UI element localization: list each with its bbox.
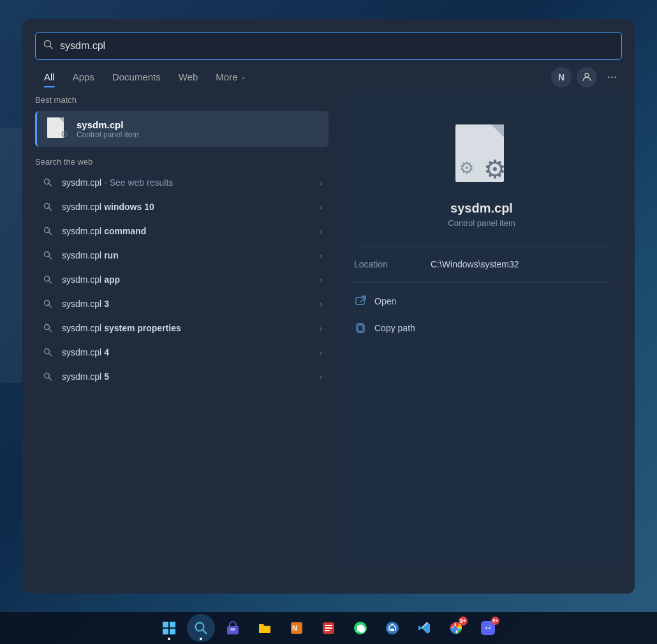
web-item-6[interactable]: sysdm.cpl 3 › — [35, 292, 328, 316]
tab-all[interactable]: All — [35, 66, 64, 87]
chevron-right-icon: › — [320, 178, 322, 188]
taskbar-vscode-button[interactable] — [410, 614, 438, 642]
gear-icon-large: ⚙ — [484, 156, 510, 183]
user-letter-button[interactable]: N — [551, 67, 572, 87]
best-match-label: Best match — [35, 93, 328, 107]
svg-rect-27 — [163, 629, 168, 634]
svg-line-30 — [203, 630, 207, 634]
open-label: Open — [374, 296, 396, 306]
search-icon — [41, 346, 54, 359]
svg-line-18 — [49, 354, 52, 356]
taskbar-windows-button[interactable] — [155, 614, 183, 642]
web-item-9[interactable]: sysdm.cpl 5 › — [35, 364, 328, 389]
taskbar-files-button[interactable] — [251, 614, 279, 642]
gear-icon: ⚙ — [61, 129, 69, 139]
search-icon — [41, 200, 54, 213]
notification-badge: 9+ — [459, 617, 468, 625]
web-item-7[interactable]: sysdm.cpl system properties › — [35, 316, 328, 340]
taskbar-tasks-button[interactable] — [314, 614, 343, 642]
copy-path-label: Copy path — [374, 323, 415, 333]
web-item-2[interactable]: sysdm.cpl windows 10 › — [35, 195, 328, 219]
chevron-right-icon: › — [320, 324, 322, 333]
svg-line-16 — [49, 329, 52, 332]
discord-notification-badge: 9+ — [491, 617, 499, 625]
taskbar-orange-app-button[interactable]: N — [283, 614, 311, 642]
search-icon — [41, 249, 54, 262]
svg-point-40 — [386, 622, 399, 634]
left-panel: Best match ⚙ sysdm.cpl Control panel ite… — [35, 93, 328, 594]
best-match-item[interactable]: ⚙ sysdm.cpl Control panel item — [35, 111, 328, 147]
web-item-2-text: sysdm.cpl windows 10 — [62, 202, 320, 212]
web-item-5[interactable]: sysdm.cpl app › — [35, 267, 328, 292]
taskbar-whatsapp-button[interactable] — [346, 614, 374, 642]
svg-text:N: N — [292, 624, 297, 632]
chevron-right-icon: › — [320, 251, 322, 260]
search-icon — [41, 322, 54, 334]
chevron-right-icon: › — [320, 227, 322, 236]
divider-top — [354, 246, 609, 246]
svg-point-46 — [489, 627, 491, 629]
web-search-label: Search the web — [35, 157, 328, 167]
search-input[interactable] — [60, 40, 614, 52]
svg-rect-38 — [325, 630, 330, 631]
tab-apps[interactable]: Apps — [64, 66, 103, 87]
chevron-right-icon: › — [320, 202, 322, 212]
tab-more[interactable]: More ⌄ — [207, 66, 255, 87]
search-icon — [41, 273, 54, 286]
chevron-right-icon: › — [320, 299, 322, 309]
more-options-button[interactable]: ··· — [602, 68, 622, 86]
svg-rect-36 — [325, 625, 332, 626]
gear-icon-small: ⚙ — [459, 158, 474, 178]
search-bar — [35, 32, 622, 60]
chevron-down-icon: ⌄ — [240, 73, 246, 81]
search-window: All Apps Documents Web More ⌄ N ··· Best… — [22, 19, 635, 594]
svg-line-12 — [49, 281, 52, 283]
copy-icon — [354, 321, 368, 335]
tabs-right-buttons: N ··· — [551, 67, 622, 87]
svg-line-4 — [49, 184, 52, 186]
svg-rect-32 — [230, 628, 235, 631]
svg-line-1 — [50, 47, 53, 49]
main-content: Best match ⚙ sysdm.cpl Control panel ite… — [22, 93, 635, 594]
svg-rect-25 — [163, 622, 168, 627]
chevron-right-icon: › — [320, 348, 322, 357]
taskbar-chrome-button[interactable]: 9+ — [442, 614, 470, 642]
tabs-bar: All Apps Documents Web More ⌄ N ··· — [22, 66, 635, 87]
location-label: Location — [354, 259, 431, 269]
tab-documents[interactable]: Documents — [103, 66, 170, 87]
svg-line-8 — [49, 232, 52, 235]
web-item-8-text: sysdm.cpl 4 — [62, 347, 320, 357]
right-panel: ⚙ ⚙ sysdm.cpl Control panel item Locatio… — [341, 93, 622, 565]
svg-line-6 — [49, 208, 52, 211]
svg-line-20 — [49, 378, 52, 380]
web-item-8[interactable]: sysdm.cpl 4 › — [35, 340, 328, 364]
open-button[interactable]: Open — [354, 288, 609, 315]
svg-rect-28 — [170, 629, 175, 634]
search-icon — [41, 370, 54, 383]
web-item-5-text: sysdm.cpl app — [62, 274, 320, 285]
tab-web[interactable]: Web — [170, 66, 207, 87]
taskbar-search-button[interactable] — [187, 614, 215, 642]
copy-path-button[interactable]: Copy path — [354, 315, 609, 341]
web-item-4-text: sysdm.cpl run — [62, 250, 320, 260]
taskbar-nordpass-button[interactable] — [378, 614, 406, 642]
search-icon — [43, 40, 54, 52]
search-icon — [41, 225, 54, 237]
search-icon — [41, 297, 54, 310]
svg-rect-26 — [170, 622, 175, 627]
svg-line-10 — [49, 257, 52, 259]
web-item-1[interactable]: sysdm.cpl - See web results › — [35, 170, 328, 195]
active-dot — [200, 638, 202, 640]
chevron-right-icon: › — [320, 372, 322, 382]
svg-rect-21 — [356, 297, 364, 304]
file-icon-large: ⚙ ⚙ — [453, 124, 510, 188]
taskbar-discord-button[interactable]: 9+ — [474, 614, 502, 642]
chevron-right-icon: › — [320, 275, 322, 285]
web-item-9-text: sysdm.cpl 5 — [62, 371, 320, 382]
web-item-3-text: sysdm.cpl command — [62, 226, 320, 236]
web-item-3[interactable]: sysdm.cpl command › — [35, 219, 328, 243]
taskbar-store-button[interactable] — [219, 614, 247, 642]
person-icon-button[interactable] — [577, 67, 597, 87]
web-item-4[interactable]: sysdm.cpl run › — [35, 243, 328, 267]
web-item-1-text: sysdm.cpl - See web results — [62, 177, 320, 188]
